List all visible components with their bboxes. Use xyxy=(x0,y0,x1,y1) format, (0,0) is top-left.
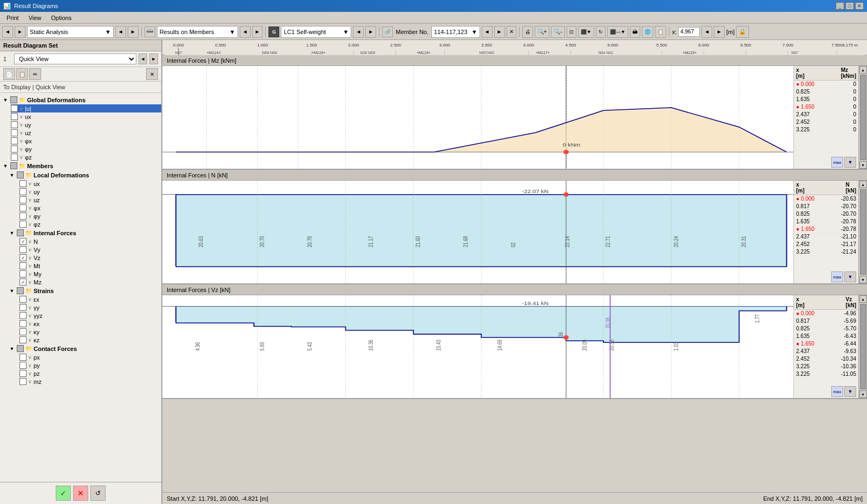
discard-button[interactable]: ✕ xyxy=(73,486,88,501)
load-case-icon[interactable]: G xyxy=(268,26,279,37)
vz-scroll-thumb[interactable] xyxy=(860,304,866,389)
item-kappa-y[interactable]: ⋎κy xyxy=(19,328,161,336)
item-phi-x[interactable]: ⋎ φx xyxy=(11,137,161,145)
item-u-abs[interactable]: ⋎ |u| xyxy=(11,104,161,112)
members-check[interactable] xyxy=(10,162,17,169)
item-Vy[interactable]: ⋎Vy xyxy=(19,246,161,254)
nav-prev-set[interactable]: ◄ xyxy=(139,54,147,64)
item-Mt[interactable]: ⋎Mt xyxy=(19,262,161,270)
expand-contact[interactable]: ▼ xyxy=(9,346,15,352)
member-dropdown[interactable]: 114-117,123 ▼ xyxy=(431,26,480,38)
item-My[interactable]: ⋎My xyxy=(19,270,161,278)
item-Mz[interactable]: ⋎Mz xyxy=(19,278,161,286)
item-kappa-z[interactable]: ⋎κz xyxy=(19,336,161,344)
menu-view[interactable]: View xyxy=(24,14,46,22)
mz-canvas[interactable]: 0 kNm xyxy=(162,66,793,169)
edit-set-button[interactable]: ✏ xyxy=(29,68,41,80)
fit-button[interactable]: ⊡ xyxy=(567,26,576,38)
global-deformations-group[interactable]: ▼ 📁 Global Deformations xyxy=(0,95,161,104)
expand-int-forces[interactable]: ▼ xyxy=(9,230,15,236)
item-gamma-yz[interactable]: ⋎γyz xyxy=(19,311,161,320)
maximize-button[interactable]: □ xyxy=(845,2,854,10)
n-scroll-thumb[interactable] xyxy=(860,189,866,275)
nav-prev-loadcase[interactable]: ◄ xyxy=(353,26,364,38)
new-set-button[interactable]: 📄 xyxy=(3,68,15,80)
load-case-dropdown[interactable]: LC1 Self-weight ▼ xyxy=(281,26,351,38)
n-canvas[interactable]: 20.63 20.70 20.78 21.17 21.60 21.68 02 2… xyxy=(162,181,793,283)
minimize-button[interactable]: _ xyxy=(836,2,844,10)
nav-prev-member[interactable]: ◄ xyxy=(482,26,492,38)
apply-button[interactable]: ✓ xyxy=(56,486,71,501)
check-phi-x[interactable] xyxy=(11,137,18,144)
results-type-dropdown[interactable]: Results on Members ▼ xyxy=(157,26,238,38)
tool5[interactable]: 🌐 xyxy=(642,26,653,38)
nav-next-analysis[interactable]: ► xyxy=(15,26,25,38)
expand-icon[interactable]: ▼ xyxy=(2,97,9,103)
expand-local-def[interactable]: ▼ xyxy=(9,172,15,178)
nav-next-resulttype[interactable]: ► xyxy=(252,26,263,38)
item-px[interactable]: ⋎px xyxy=(19,353,161,361)
item-eps-x[interactable]: ⋎εx xyxy=(19,295,161,303)
item-loc-phiz[interactable]: ⋎φz xyxy=(19,220,161,228)
vz-filter-all[interactable]: ▼ xyxy=(844,386,856,397)
item-ux[interactable]: ⋎ ux xyxy=(11,112,161,121)
mz-filter-max[interactable]: max xyxy=(831,157,843,168)
set-dropdown[interactable]: Quick View xyxy=(14,54,136,64)
global-def-check[interactable] xyxy=(10,96,17,103)
nav-next-result[interactable]: ► xyxy=(128,26,139,38)
nav-next-member[interactable]: ► xyxy=(494,26,505,38)
print-button[interactable]: 🖨 xyxy=(522,26,533,38)
contact-check[interactable] xyxy=(17,345,24,352)
contact-forces-header[interactable]: ▼ 📁 Contact Forces xyxy=(9,344,161,353)
mz-scroll-up[interactable]: ▲ xyxy=(859,66,867,74)
tool6[interactable]: 📋 xyxy=(655,26,666,38)
expand-members-icon[interactable]: ▼ xyxy=(2,163,9,169)
check-u-abs[interactable] xyxy=(11,105,18,112)
reset-button[interactable]: ↺ xyxy=(90,486,106,501)
local-def-header[interactable]: ▼ 📁 Local Deformations xyxy=(9,170,161,180)
tool1[interactable]: ⬛▼ xyxy=(578,26,594,38)
local-def-check[interactable] xyxy=(17,171,24,178)
item-loc-uz[interactable]: ⋎uz xyxy=(19,196,161,204)
analysis-type-dropdown[interactable]: Static Analysis ▼ xyxy=(27,26,114,38)
nav-prev-result[interactable]: ◄ xyxy=(115,26,126,38)
item-uy[interactable]: ⋎ uy xyxy=(11,121,161,129)
vz-scroll-down[interactable]: ▼ xyxy=(859,390,867,398)
members-group[interactable]: ▼ 📁 Members xyxy=(0,161,161,170)
item-loc-uy[interactable]: ⋎uy xyxy=(19,188,161,196)
close-button[interactable]: ✕ xyxy=(855,2,864,10)
vz-filter-max[interactable]: max xyxy=(831,386,843,397)
item-py[interactable]: ⋎py xyxy=(19,361,161,369)
x-coord-value[interactable]: 4.967 xyxy=(678,27,700,37)
check-ux[interactable] xyxy=(11,113,18,120)
internal-forces-header[interactable]: ▼ 📁 Internal Forces xyxy=(9,228,161,237)
results-icon[interactable] xyxy=(144,26,155,37)
n-filter-all[interactable]: ▼ xyxy=(844,271,856,282)
item-uz[interactable]: ⋎ uz xyxy=(11,129,161,137)
zoom-out-button[interactable]: 🔍- xyxy=(551,26,564,38)
item-kappa-x[interactable]: ⋎κx xyxy=(19,320,161,328)
nav-next-set[interactable]: ► xyxy=(149,54,158,64)
tool4[interactable]: 🏔 xyxy=(630,26,640,38)
item-pz[interactable]: ⋎pz xyxy=(19,369,161,377)
menu-options[interactable]: Options xyxy=(47,14,76,22)
item-phi-z[interactable]: ⋎ φz xyxy=(11,153,161,161)
lock-button[interactable]: 🔒 xyxy=(736,26,749,38)
tool2[interactable]: ↻ xyxy=(596,26,606,38)
strains-check[interactable] xyxy=(17,287,24,294)
nav-prev-resulttype[interactable]: ◄ xyxy=(240,26,251,38)
n-scroll-down[interactable]: ▼ xyxy=(859,276,867,283)
mz-filter-all[interactable]: ▼ xyxy=(844,157,856,168)
item-phi-y[interactable]: ⋎ φy xyxy=(11,145,161,153)
item-loc-phiy[interactable]: ⋎φy xyxy=(19,212,161,220)
menu-print[interactable]: Print xyxy=(2,14,23,22)
zoom-in-button[interactable]: 🔍+ xyxy=(535,26,550,38)
clear-member[interactable]: ✕ xyxy=(507,26,516,38)
item-gamma-y[interactable]: ⋎γy xyxy=(19,303,161,311)
item-Vz[interactable]: ⋎Vz xyxy=(19,254,161,262)
mz-scroll-down[interactable]: ▼ xyxy=(859,161,867,169)
mz-scroll-thumb[interactable] xyxy=(860,75,866,160)
vz-scroll-up[interactable]: ▲ xyxy=(859,295,867,303)
vz-canvas[interactable]: 4.96 5.69 5.43 10.36 15.43 14.69 36 20.0… xyxy=(162,295,793,398)
item-N[interactable]: ⋎N xyxy=(19,237,161,246)
